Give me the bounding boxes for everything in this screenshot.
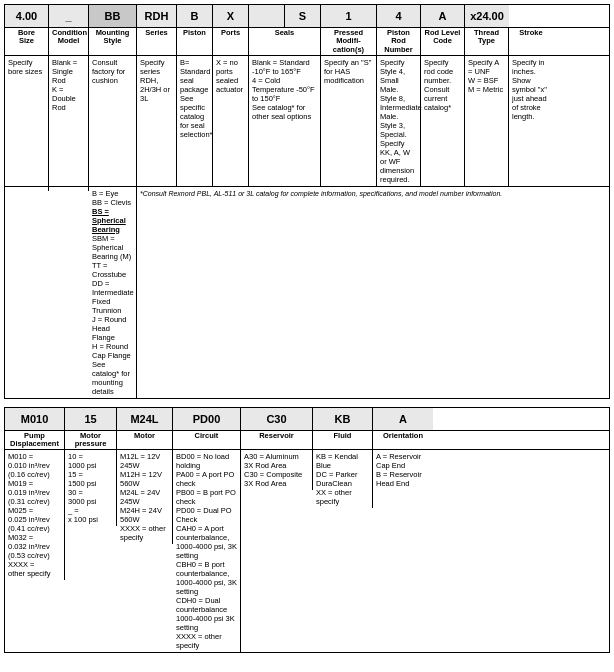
desc-mount-note: Consult factory for cushion [89,56,137,186]
section-gap [4,399,610,407]
header-special: PressedModifi-cation(s) [321,28,377,55]
code-motor: 15 [65,408,117,430]
header-circuit: Circuit [173,431,241,450]
desc-series: Specify series RDH, 2H/3H or 3L [137,56,177,186]
desc-mount-detail: B = EyeBB = ClevisBS = Spherical Bearing… [89,187,137,398]
top-desc-row2: B = EyeBB = ClevisBS = Spherical Bearing… [4,187,610,399]
header-bore: BoreSize [5,28,49,55]
desc-rodlevel: Specify rod code number. Consult current… [421,56,465,186]
header-mount: MountingStyle [89,28,137,55]
catalog-note: *Consult Rexnord PBL, AL-511 or 3L catal… [140,190,502,197]
desc-orient: A = Reservoir Cap EndB = Reservoir Head … [373,450,433,490]
bottom-header-row: PumpDisplacement Motorpressure Motor Cir… [4,431,610,451]
desc-reservoir: A30 = Aluminum 3X Rod AreaC30 = Composit… [241,450,313,490]
header-piston2: PistonRodNumber [377,28,421,55]
header-cond: ConditionModel [49,28,89,55]
desc-thread: Specify A = UNFW = BSFM = Metric [465,56,509,186]
header-orient: Orientation [373,431,433,450]
header-thread: ThreadType [465,28,509,55]
code-piston: B [177,5,213,27]
desc-seals: Blank = Standard -10°F to 165°F4 = Cold … [249,56,321,186]
desc-circuit: BD00 = No load holdingPA00 = A port PO c… [173,450,241,652]
header-fluid: Fluid [313,431,373,450]
desc-ports: X = no ports sealed actuator [213,56,249,186]
desc-piston2: Specify Style 4, Small Male. Style 8, In… [377,56,421,186]
code-circuit: PD00 [173,408,241,430]
page: 4.00 _ BB RDH B X S 1 4 A x24.00 BoreSiz… [0,0,614,657]
header-reservoir: Reservoir [241,431,313,450]
code-thread: A [421,5,465,27]
desc-fluid: KB = Kendal BlueDC = Parker DuraCleanXX … [313,450,373,508]
desc-pump: M010 =0.010 in³/rev(0.16 cc/rev)M019 =0.… [5,450,65,580]
desc-special: Specify an "S" for HAS modification [321,56,377,186]
code-seals: S [285,5,321,27]
desc-piston: B= Standard seal packageSee specific cat… [177,56,213,186]
bottom-desc-row: M010 =0.010 in³/rev(0.16 cc/rev)M019 =0.… [4,450,610,653]
top-code-row: 4.00 _ BB RDH B X S 1 4 A x24.00 [4,4,610,28]
code-fluid: KB [313,408,373,430]
desc-voltage: M12L = 12V 245WM12H = 12V 560WM24L = 24V… [117,450,173,544]
desc-cond2 [49,187,89,191]
desc-stroke: Specify in inches. Show symbol "x" just … [509,56,553,186]
desc-motor: 10 =1000 psi15 =1500 psi30 =3000 psi_ =x… [65,450,117,526]
code-voltage: M24L [117,408,173,430]
code-bore: 4.00 [5,5,49,27]
header-seals: Seals [249,28,321,55]
code-stroke: x24.00 [465,5,509,27]
bottom-code-row: M010 15 M24L PD00 C30 KB A [4,407,610,431]
header-pump: PumpDisplacement [5,431,65,450]
code-ports: X [213,5,249,27]
top-header-row: BoreSize ConditionModel MountingStyle Se… [4,28,610,56]
code-orient: A [373,408,433,430]
header-piston: Piston [177,28,213,55]
desc-bore2 [5,187,49,191]
header-stroke: Stroke [509,28,553,55]
code-special: 1 [321,5,377,27]
code-reservoir: C30 [241,408,313,430]
header-series: Series [137,28,177,55]
code-seals-blank [249,5,285,27]
header-ports: Ports [213,28,249,55]
desc-note: *Consult Rexnord PBL, AL-511 or 3L catal… [137,187,609,200]
desc-bore: Specify bore sizes [5,56,49,186]
code-mount: BB [89,5,137,27]
header-rodlevel: Rod LevelCode [421,28,465,55]
spherical-bearing-highlight: BS = Spherical Bearing [92,207,126,234]
desc-cond: Blank =Single RodK = DoubleRod [49,56,89,186]
code-blank1: _ [49,5,89,27]
header-voltage: Motor [117,431,173,450]
code-pump: M010 [5,408,65,430]
code-series: RDH [137,5,177,27]
top-desc-row1: Specify bore sizes Blank =Single RodK = … [4,56,610,187]
code-rod: 4 [377,5,421,27]
header-motor: Motorpressure [65,431,117,450]
